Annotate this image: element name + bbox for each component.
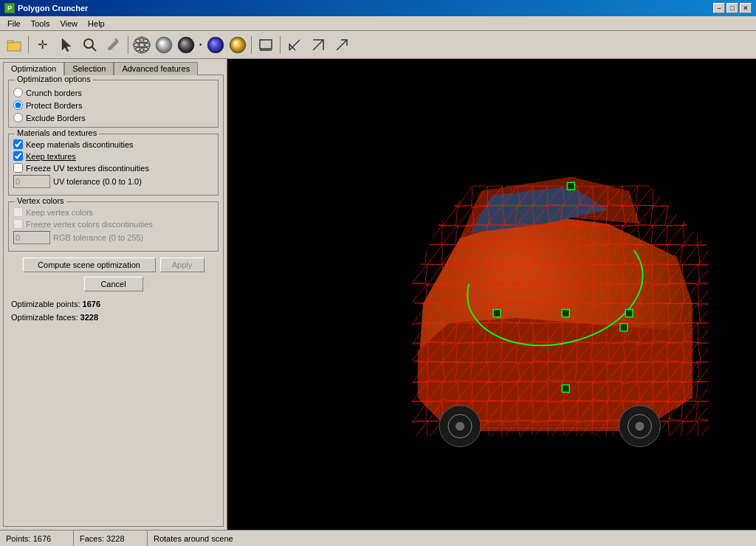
tab-content-optimization: Optimization options Crunch borders Prot… xyxy=(3,75,224,527)
status-points: Points: 1676 xyxy=(0,531,74,546)
crunch-borders-option[interactable]: Crunch borders xyxy=(13,88,213,97)
app-title: Polygon Cruncher xyxy=(18,4,88,13)
points-stat: Optimizable points: 1676 xyxy=(11,297,216,311)
minimize-button[interactable]: – xyxy=(713,3,725,13)
freeze-uv-checkbox[interactable] xyxy=(13,163,23,173)
compute-button[interactable]: Compute scene optimization xyxy=(23,258,156,272)
svg-rect-0 xyxy=(7,42,21,51)
freeze-vertex-option[interactable]: Freeze vertex colors discontinuities xyxy=(13,219,213,229)
open-folder-button[interactable] xyxy=(3,34,25,56)
zoom-button[interactable] xyxy=(79,34,101,56)
toolbar: ✛ • xyxy=(0,31,756,59)
menu-view[interactable]: View xyxy=(55,18,82,29)
separator-1 xyxy=(28,36,29,54)
sphere-shaded-button[interactable] xyxy=(227,35,248,55)
tab-advanced[interactable]: Advanced features xyxy=(114,62,198,75)
separator-2 xyxy=(128,36,128,54)
faces-stat: Optimizable faces: 3228 xyxy=(11,311,216,324)
vertex-colors-title: Vertex colors xyxy=(15,196,66,205)
stats-section: Optimizable points: 1676 Optimizable fac… xyxy=(8,297,219,324)
svg-line-8 xyxy=(289,40,300,50)
title-bar: P Polygon Cruncher – □ ✕ xyxy=(0,0,756,16)
border-radio-group: Crunch borders Protect Borders Exclude B… xyxy=(13,88,213,122)
tab-bar: Optimization Selection Advanced features xyxy=(3,62,224,75)
rgb-tolerance-input[interactable] xyxy=(13,231,50,244)
status-action: Rotates around scene xyxy=(148,531,239,546)
protect-borders-radio[interactable] xyxy=(13,100,23,110)
rgb-tolerance-label: RGB tolerance (0 to 255) xyxy=(53,233,143,242)
menu-bar: File Tools View Help xyxy=(0,16,756,31)
materials-textures-group: Materials and textures Keep materials di… xyxy=(8,134,219,196)
uv-tolerance-label: UV tolerance (0.0 to 1.0) xyxy=(53,177,142,186)
uv-tolerance-input[interactable] xyxy=(13,175,50,188)
menu-file[interactable]: File xyxy=(3,18,25,29)
tab-optimization[interactable]: Optimization xyxy=(3,62,64,75)
rgb-tolerance-row: RGB tolerance (0 to 255) xyxy=(13,231,213,244)
wrench-button[interactable] xyxy=(103,34,125,56)
cancel-button[interactable]: Cancel xyxy=(84,277,143,291)
keep-materials-option[interactable]: Keep materials discontinuities xyxy=(13,139,213,149)
sphere-solid-dark-button[interactable] xyxy=(176,35,196,55)
svg-marker-3 xyxy=(62,38,71,52)
keep-textures-checkbox[interactable] xyxy=(13,151,23,161)
svg-text:✛: ✛ xyxy=(38,38,47,51)
separator-3 xyxy=(251,36,252,54)
app-icon: P xyxy=(4,3,15,13)
menu-help[interactable]: Help xyxy=(83,18,109,29)
window-controls[interactable]: – □ ✕ xyxy=(713,3,752,13)
action-buttons: Compute scene optimization Apply xyxy=(8,258,219,272)
sphere-textured-button[interactable] xyxy=(205,35,226,55)
viewport[interactable] xyxy=(227,59,756,530)
status-bar: Points: 1676 Faces: 3228 Rotates around … xyxy=(0,530,756,546)
svg-line-5 xyxy=(92,46,96,51)
freeze-vertex-checkbox[interactable] xyxy=(13,219,23,229)
select-button[interactable] xyxy=(55,34,78,56)
close-button[interactable]: ✕ xyxy=(740,3,752,13)
status-faces: Faces: 3228 xyxy=(74,531,148,546)
svg-line-9 xyxy=(313,40,323,50)
exclude-borders-radio[interactable] xyxy=(13,113,23,122)
main-layout: Optimization Selection Advanced features… xyxy=(0,59,756,530)
arrow-topleft-button[interactable] xyxy=(284,34,306,56)
svg-rect-1 xyxy=(7,41,13,43)
sphere-wireframe-button[interactable] xyxy=(131,35,152,55)
arrow-diagonal-button[interactable] xyxy=(331,34,353,56)
left-panel: Optimization Selection Advanced features… xyxy=(0,59,227,530)
arrow-top-button[interactable] xyxy=(307,34,329,56)
move-button[interactable]: ✛ xyxy=(32,34,54,56)
viewport-canvas[interactable] xyxy=(227,59,756,530)
tab-selection[interactable]: Selection xyxy=(64,62,114,75)
exclude-borders-option[interactable]: Exclude Borders xyxy=(13,113,213,122)
apply-button[interactable]: Apply xyxy=(160,258,205,272)
keep-materials-checkbox[interactable] xyxy=(13,139,23,149)
menu-tools[interactable]: Tools xyxy=(27,18,55,29)
crunch-borders-radio[interactable] xyxy=(13,88,23,97)
keep-vertex-checkbox[interactable] xyxy=(13,207,23,217)
keep-vertex-option[interactable]: Keep vertex colors xyxy=(13,207,213,217)
svg-line-10 xyxy=(337,40,347,50)
display-mode-button[interactable] xyxy=(255,34,277,56)
optimization-options-group: Optimization options Crunch borders Prot… xyxy=(8,80,219,128)
maximize-button[interactable]: □ xyxy=(726,3,738,13)
uv-tolerance-row: UV tolerance (0.0 to 1.0) xyxy=(13,175,213,188)
keep-textures-option[interactable]: Keep textures xyxy=(13,151,213,161)
materials-textures-title: Materials and textures xyxy=(15,128,99,137)
vertex-colors-group: Vertex colors Keep vertex colors Freeze … xyxy=(8,201,219,252)
sphere-separator: • xyxy=(199,41,202,49)
sphere-solid-button[interactable] xyxy=(154,35,174,55)
separator-4 xyxy=(280,36,281,54)
protect-borders-option[interactable]: Protect Borders xyxy=(13,100,213,110)
optimization-options-title: Optimization options xyxy=(15,75,93,83)
freeze-uv-option[interactable]: Freeze UV textures discontinuities xyxy=(13,163,213,173)
svg-rect-6 xyxy=(260,40,272,49)
